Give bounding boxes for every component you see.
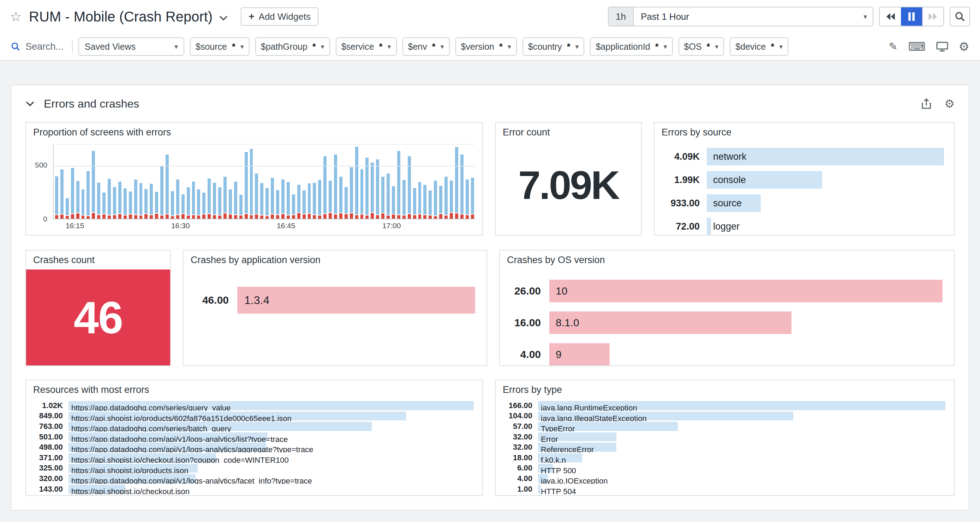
chart-bar: [402, 144, 406, 219]
toplist-row[interactable]: 501.00https://app.datadoghq.com/api/v1/l…: [27, 432, 474, 442]
section-collapse-chevron-icon[interactable]: [25, 101, 35, 106]
toplist-row[interactable]: 18.00f.k0.k.n: [497, 452, 945, 463]
toplist-row[interactable]: 32.00ReferenceError: [497, 442, 945, 452]
toplist-bar: [549, 280, 943, 302]
plus-icon: +: [248, 11, 254, 22]
chart-bar: [266, 144, 269, 219]
toplist-row[interactable]: 849.00https://api.shopist.io/products/60…: [27, 411, 474, 422]
widget-row: Resources with most errors 1.02Khttps://…: [25, 379, 955, 496]
toplist-row[interactable]: 371.00https://api.shopist.io/checkout.js…: [27, 452, 474, 463]
template-variable-value: *: [707, 41, 710, 52]
toplist-label: https://api.shopist.io/products.json: [68, 466, 188, 474]
toplist-label: https://app.datadoghq.com/api/v1/logs-an…: [68, 435, 288, 442]
chart-bar: [371, 144, 374, 219]
template-variable-OS[interactable]: $OS*▾: [679, 37, 724, 56]
toplist-value: 18.00: [497, 453, 538, 462]
template-variable-service[interactable]: $service*▾: [336, 37, 397, 56]
chart-bar: [466, 144, 469, 219]
toplist-label: logger: [707, 221, 740, 232]
toplist-row[interactable]: 763.00https://app.datadoghq.com/series/b…: [27, 421, 474, 432]
template-variable-version[interactable]: $version*▾: [455, 37, 517, 56]
timeseries-chart[interactable]: 0500 16:1516:3016:4517:00: [32, 144, 475, 219]
search-icon: [11, 41, 21, 51]
toplist-row[interactable]: 4.009: [507, 343, 943, 366]
template-variable-pathGroup[interactable]: $pathGroup*▾: [255, 37, 330, 56]
x-axis-labels: 16:1516:3016:4517:00: [53, 219, 475, 231]
template-variable-env[interactable]: $env*▾: [402, 37, 450, 56]
settings-gear-icon[interactable]: ⚙: [959, 41, 969, 52]
edit-pencil-icon[interactable]: ✎: [889, 41, 897, 52]
widget-crashes-count: Crashes count 46: [25, 250, 171, 366]
toplist-row[interactable]: 4.00java.io.IOException: [497, 473, 945, 484]
chart-bar: [192, 144, 195, 219]
toplist-row[interactable]: 320.00https://app.datadoghq.com/api/v1/l…: [27, 473, 474, 484]
chart-bar: [365, 144, 369, 219]
template-variable-source[interactable]: $source*▾: [190, 37, 250, 56]
toplist-bar-area: java.lang.RuntimeException: [538, 400, 945, 411]
time-forward-button[interactable]: [922, 7, 943, 26]
toplist-row[interactable]: 32.00Error: [497, 432, 945, 442]
chevron-down-icon: ▾: [321, 43, 325, 50]
template-variable-value: *: [232, 41, 235, 52]
chart-bar: [408, 144, 411, 219]
toplist-row[interactable]: 143.00https://api.shopist.io/checkout.js…: [27, 484, 474, 495]
chart-bar: [360, 144, 364, 219]
error-count-value: 7.09K: [496, 162, 641, 208]
template-variable-device[interactable]: $device*▾: [730, 37, 788, 56]
toplist-row[interactable]: 933.00source: [660, 194, 944, 212]
favorite-star-icon[interactable]: ☆: [10, 10, 22, 23]
chevron-down-icon: ▾: [508, 43, 511, 50]
chart-bar: [423, 144, 426, 219]
template-variable-country[interactable]: $country*▾: [522, 37, 585, 56]
time-range-picker[interactable]: 1h Past 1 Hour ▾: [608, 7, 873, 27]
toplist-row[interactable]: 1.00HTTP 504: [497, 484, 945, 495]
search-input[interactable]: Search...: [11, 41, 66, 52]
toplist-bar-area: https://app.datadoghq.com/series/batch_q…: [68, 421, 474, 432]
tv-mode-icon[interactable]: [936, 41, 948, 52]
saved-views-dropdown[interactable]: Saved Views ▾: [78, 37, 184, 56]
toplist-row[interactable]: 104.00java.lang.IllegalStateException: [497, 411, 945, 422]
template-variable-applicationId[interactable]: $applicationId*▾: [590, 37, 673, 56]
widget-title: Crashes by application version: [184, 251, 487, 268]
zoom-button[interactable]: [950, 7, 970, 27]
toplist-row[interactable]: 16.008.1.0: [507, 311, 943, 334]
toplist-bar-area: 8.1.0: [549, 311, 943, 334]
chart-bar: [66, 144, 69, 219]
toplist-row[interactable]: 6.00HTTP 500: [497, 463, 945, 474]
chart-bar: [213, 144, 216, 219]
share-export-icon[interactable]: [921, 98, 932, 109]
toplist-row[interactable]: 72.00https://api.shopist.io/checkout.jso…: [27, 494, 474, 496]
toplist-bar: [237, 287, 475, 314]
toplist-row[interactable]: 166.00java.lang.RuntimeException: [497, 400, 945, 411]
toplist-value: 143.00: [27, 485, 68, 494]
chart-bar: [439, 144, 442, 219]
toplist-row[interactable]: 57.00TypeError: [497, 421, 945, 432]
toplist-row[interactable]: 1.02Khttps://app.datadoghq.com/series/qu…: [27, 400, 474, 411]
time-backward-button[interactable]: [880, 7, 901, 26]
add-widgets-button[interactable]: + Add Widgets: [241, 7, 318, 26]
toplist-row[interactable]: 26.0010: [507, 280, 943, 302]
toplist-row[interactable]: 325.00https://api.shopist.io/products.js…: [27, 463, 474, 474]
widget-title: Crashes count: [26, 251, 170, 268]
toplist-row[interactable]: 72.00logger: [660, 217, 944, 235]
chart-bar: [181, 144, 185, 219]
title-chevron-down-icon[interactable]: [219, 15, 228, 21]
section-gear-icon[interactable]: ⚙: [944, 97, 955, 110]
time-pause-button[interactable]: [901, 7, 922, 26]
toplist-label: ReferenceError: [538, 445, 594, 452]
chart-bar: [387, 144, 390, 219]
toplist-row[interactable]: 4.09Knetwork: [660, 148, 944, 165]
toplist-bar-area: f.k0.k.n: [538, 452, 945, 463]
toplist-label: f.k0.k.n: [538, 456, 566, 463]
toplist-row[interactable]: 46.001.3.4: [191, 287, 475, 314]
toplist-value: 1.02K: [27, 401, 68, 410]
toplist-row[interactable]: 1.00SyntaxError: [497, 494, 945, 496]
chart-bar: [97, 144, 100, 219]
chart-bar: [208, 144, 211, 219]
toplist-label: 10: [549, 285, 567, 297]
toplist-row[interactable]: 1.99Kconsole: [660, 171, 944, 189]
toplist-row[interactable]: 498.00https://app.datadoghq.com/api/v1/l…: [27, 442, 474, 452]
chevron-down-icon: ▾: [864, 13, 873, 20]
chart-bar: [234, 144, 237, 219]
keyboard-shortcuts-icon[interactable]: ⌨: [908, 41, 925, 52]
